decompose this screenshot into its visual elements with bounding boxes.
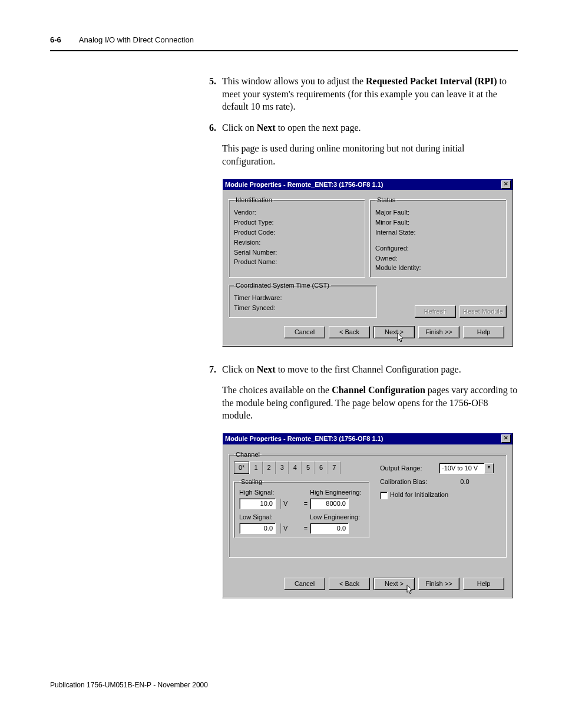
step-6-bold: Next (257, 123, 276, 133)
channel-tab-4[interactable]: 4 (289, 462, 302, 474)
low-signal-unit: V (280, 523, 302, 533)
high-engineering-label: High Engineering: (310, 488, 363, 497)
output-range-select[interactable]: -10V to 10 V ▼ (439, 463, 494, 474)
step-7-para: The choices available on the Channel Con… (222, 384, 518, 422)
help-button[interactable]: Help (463, 326, 504, 338)
internal-state-label: Internal State: (375, 228, 501, 237)
channel-tab-2[interactable]: 2 (263, 462, 276, 474)
step-7-text-b: to move to the first Channel Configurati… (276, 364, 461, 374)
equals-2: = (302, 524, 310, 533)
module-identity-label: Module Identity: (375, 263, 501, 272)
dialog2-titlebar: Module Properties - Remote_ENET:3 (1756-… (223, 433, 513, 444)
step-6-number: 6. (209, 121, 222, 134)
output-range-value: -10V to 10 V (439, 463, 484, 473)
output-range-label: Output Range: (380, 464, 439, 473)
section-title: Analog I/O with Direct Connection (79, 35, 194, 44)
publication-footer: Publication 1756-UM051B-EN-P - November … (50, 681, 518, 689)
revision-label: Revision: (234, 238, 360, 247)
major-fault-label: Major Fault: (375, 208, 501, 217)
step-6-text-b: to open the next page. (276, 123, 361, 133)
step-5-bold: Requested Packet Interval (RPI) (366, 76, 497, 86)
scaling-group: Scaling High Signal: High Engineering: 1… (234, 477, 369, 538)
cst-legend: Coordinated System Time (CST) (234, 281, 331, 290)
step-7-number: 7. (209, 363, 222, 376)
back-button[interactable]: < Back (329, 326, 370, 338)
cst-group: Coordinated System Time (CST) Timer Hard… (229, 281, 377, 318)
chevron-down-icon: ▼ (484, 463, 494, 473)
step-6: 6. Click on Next to open the next page. (209, 121, 518, 134)
high-signal-unit: V (280, 499, 302, 509)
channel-tab-3[interactable]: 3 (276, 462, 289, 474)
step-7-para-bold: Channel Configuration (332, 385, 425, 395)
timer-hardware-label: Timer Hardware: (234, 294, 372, 302)
calibration-bias-label: Calibration Bias: (380, 477, 439, 486)
dialog2-title: Module Properties - Remote_ENET:3 (1756-… (225, 434, 383, 443)
step-5-number: 5. (209, 75, 222, 113)
next-button[interactable]: Next > (373, 578, 415, 590)
dialog-module-properties-1: Module Properties - Remote_ENET:3 (1756-… (222, 179, 513, 347)
finish-button[interactable]: Finish >> (418, 578, 459, 590)
low-engineering-input[interactable]: 0.0 (310, 523, 349, 534)
back-button[interactable]: < Back (329, 578, 370, 590)
finish-button[interactable]: Finish >> (418, 326, 459, 338)
cancel-button[interactable]: Cancel (284, 326, 325, 338)
refresh-button[interactable]: Refresh (415, 305, 456, 318)
low-signal-label: Low Signal: (239, 510, 280, 522)
step-5-text-a: This window allows you to adjust the (222, 76, 366, 86)
high-engineering-input[interactable]: 8000.0 (310, 498, 349, 509)
high-signal-label: High Signal: (239, 488, 280, 497)
cancel-button[interactable]: Cancel (284, 578, 325, 590)
hold-init-label: Hold for Initialization (390, 491, 448, 498)
hold-init-checkbox[interactable] (380, 492, 388, 499)
scaling-legend: Scaling (239, 477, 264, 486)
serial-number-label: Serial Number: (234, 248, 360, 257)
channel-group: Channel 0* 1 2 3 4 5 6 7 (229, 450, 507, 558)
minor-fault-label: Minor Fault: (375, 218, 501, 227)
product-name-label: Product Name: (234, 258, 360, 266)
identification-group: Identification Vendor: Product Type: Pro… (229, 196, 365, 278)
close-icon[interactable]: ✕ (501, 434, 511, 443)
step-7-bold: Next (257, 364, 276, 374)
channel-tabs: 0* 1 2 3 4 5 6 7 (234, 462, 369, 474)
configured-label: Configured: (375, 244, 501, 253)
status-legend: Status (375, 196, 397, 205)
dialog1-titlebar: Module Properties - Remote_ENET:3 (1756-… (223, 179, 513, 190)
channel-tab-5[interactable]: 5 (302, 462, 315, 474)
product-code-label: Product Code: (234, 228, 360, 237)
timer-synced-label: Timer Synced: (234, 304, 372, 312)
owned-label: Owned: (375, 254, 501, 263)
reset-module-button[interactable]: Reset Module (459, 305, 507, 318)
channel-tab-7[interactable]: 7 (328, 462, 340, 474)
step-5: 5. This window allows you to adjust the … (209, 75, 518, 113)
dialog1-title: Module Properties - Remote_ENET:3 (1756-… (225, 180, 383, 189)
high-signal-input[interactable]: 10.0 (239, 498, 276, 509)
calibration-bias-value: 0.0 (439, 477, 501, 486)
step-7-para-a: The choices available on the (222, 385, 332, 395)
channel-tab-0[interactable]: 0* (234, 462, 249, 474)
dialog-module-properties-2: Module Properties - Remote_ENET:3 (1756-… (222, 433, 513, 598)
product-type-label: Product Type: (234, 218, 360, 227)
identification-legend: Identification (234, 196, 274, 205)
hold-init-row[interactable]: Hold for Initialization (380, 490, 501, 499)
step-7-text-a: Click on (222, 364, 257, 374)
channel-tab-1[interactable]: 1 (249, 462, 262, 474)
step-7: 7. Click on Next to move to the first Ch… (209, 363, 518, 376)
low-signal-input[interactable]: 0.0 (239, 523, 276, 534)
step-6-text-a: Click on (222, 123, 257, 133)
step-6-para: This page is used during online monitori… (222, 142, 518, 167)
channel-tab-6[interactable]: 6 (315, 462, 328, 474)
equals-1: = (302, 499, 310, 508)
page-number: 6-6 (50, 35, 61, 44)
header-divider (50, 50, 518, 51)
channel-legend: Channel (234, 450, 262, 459)
low-engineering-label: Low Engineering: (310, 510, 363, 522)
close-icon[interactable]: ✕ (501, 180, 511, 189)
status-group: Status Major Fault: Minor Fault: Interna… (370, 196, 507, 278)
next-button[interactable]: Next > (373, 326, 415, 338)
help-button[interactable]: Help (463, 578, 504, 590)
vendor-label: Vendor: (234, 208, 360, 217)
